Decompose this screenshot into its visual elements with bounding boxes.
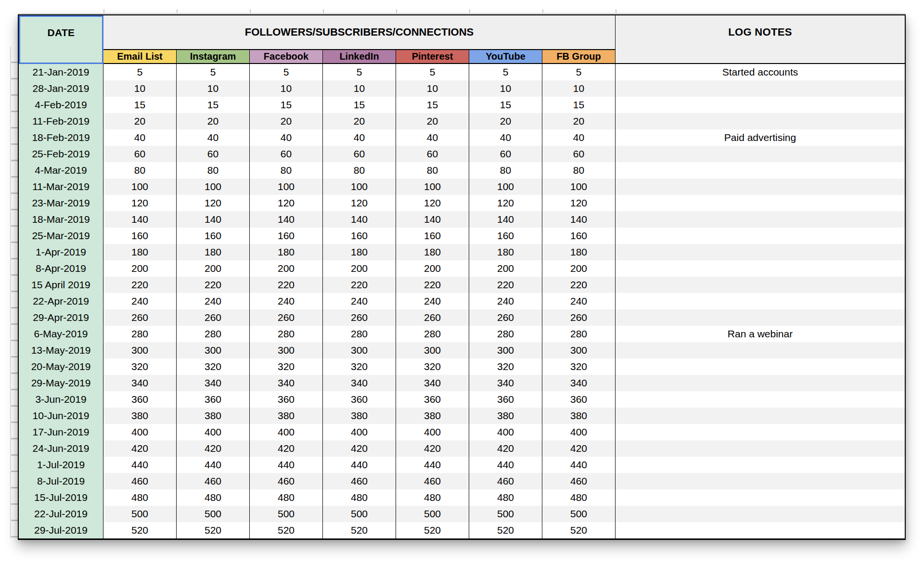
log-note-cell[interactable] xyxy=(616,277,905,293)
value-cell[interactable]: 160 xyxy=(396,228,469,244)
value-cell[interactable]: 260 xyxy=(103,309,177,326)
value-cell[interactable]: 20 xyxy=(396,113,469,129)
log-note-cell[interactable] xyxy=(616,146,905,162)
value-cell[interactable]: 10 xyxy=(396,80,469,97)
log-note-cell[interactable] xyxy=(616,97,905,113)
date-cell[interactable]: 1-Apr-2019 xyxy=(19,244,103,260)
value-cell[interactable]: 340 xyxy=(177,375,250,391)
value-cell[interactable]: 300 xyxy=(542,342,616,358)
value-cell[interactable]: 80 xyxy=(542,162,616,179)
value-cell[interactable]: 5 xyxy=(177,64,250,80)
value-cell[interactable]: 15 xyxy=(250,97,323,113)
value-cell[interactable]: 280 xyxy=(250,326,323,342)
value-cell[interactable]: 280 xyxy=(177,326,250,342)
value-cell[interactable]: 400 xyxy=(396,424,469,440)
date-cell[interactable]: 11-Mar-2019 xyxy=(19,179,103,195)
date-cell[interactable]: 13-May-2019 xyxy=(19,342,103,358)
value-cell[interactable]: 400 xyxy=(323,424,396,440)
value-cell[interactable]: 160 xyxy=(177,228,250,244)
value-cell[interactable]: 20 xyxy=(250,113,323,129)
value-cell[interactable]: 440 xyxy=(469,457,542,473)
value-cell[interactable]: 460 xyxy=(469,473,542,489)
value-cell[interactable]: 460 xyxy=(177,473,250,489)
value-cell[interactable]: 260 xyxy=(323,309,396,326)
value-cell[interactable]: 200 xyxy=(103,260,177,277)
value-cell[interactable]: 5 xyxy=(323,64,396,80)
value-cell[interactable]: 40 xyxy=(396,129,469,146)
log-note-cell[interactable] xyxy=(616,358,905,375)
value-cell[interactable]: 520 xyxy=(103,522,177,538)
log-note-cell[interactable] xyxy=(616,244,905,260)
log-note-cell[interactable] xyxy=(616,489,905,506)
value-cell[interactable]: 300 xyxy=(469,342,542,358)
value-cell[interactable]: 160 xyxy=(542,228,616,244)
value-cell[interactable]: 500 xyxy=(103,506,177,522)
platform-header-cell[interactable]: Email List xyxy=(103,50,177,64)
value-cell[interactable]: 460 xyxy=(396,473,469,489)
value-cell[interactable]: 5 xyxy=(542,64,616,80)
value-cell[interactable]: 360 xyxy=(323,391,396,408)
date-cell[interactable]: 18-Feb-2019 xyxy=(19,129,103,146)
date-cell[interactable]: 8-Apr-2019 xyxy=(19,260,103,277)
date-cell[interactable]: 8-Jul-2019 xyxy=(19,473,103,489)
value-cell[interactable]: 380 xyxy=(542,408,616,424)
value-cell[interactable]: 360 xyxy=(103,391,177,408)
value-cell[interactable]: 400 xyxy=(103,424,177,440)
value-cell[interactable]: 420 xyxy=(250,440,323,457)
date-cell[interactable]: 4-Mar-2019 xyxy=(19,162,103,179)
value-cell[interactable]: 180 xyxy=(103,244,177,260)
value-cell[interactable]: 40 xyxy=(323,129,396,146)
value-cell[interactable]: 60 xyxy=(542,146,616,162)
value-cell[interactable]: 460 xyxy=(542,473,616,489)
value-cell[interactable]: 120 xyxy=(250,195,323,211)
value-cell[interactable]: 180 xyxy=(469,244,542,260)
value-cell[interactable]: 40 xyxy=(250,129,323,146)
log-note-cell[interactable] xyxy=(616,457,905,473)
value-cell[interactable]: 240 xyxy=(542,293,616,309)
value-cell[interactable]: 460 xyxy=(323,473,396,489)
value-cell[interactable]: 120 xyxy=(177,195,250,211)
value-cell[interactable]: 440 xyxy=(323,457,396,473)
value-cell[interactable]: 100 xyxy=(250,179,323,195)
value-cell[interactable]: 10 xyxy=(250,80,323,97)
log-note-cell[interactable] xyxy=(616,424,905,440)
value-cell[interactable]: 360 xyxy=(250,391,323,408)
log-note-cell[interactable] xyxy=(616,293,905,309)
date-cell[interactable]: 29-Jul-2019 xyxy=(19,522,103,538)
value-cell[interactable]: 60 xyxy=(323,146,396,162)
value-cell[interactable]: 10 xyxy=(469,80,542,97)
value-cell[interactable]: 220 xyxy=(177,277,250,293)
value-cell[interactable]: 320 xyxy=(469,358,542,375)
date-cell[interactable]: 25-Mar-2019 xyxy=(19,228,103,244)
value-cell[interactable]: 320 xyxy=(396,358,469,375)
value-cell[interactable]: 80 xyxy=(469,162,542,179)
value-cell[interactable]: 520 xyxy=(323,522,396,538)
log-notes-header-cell[interactable]: LOG NOTES xyxy=(616,15,905,64)
value-cell[interactable]: 500 xyxy=(323,506,396,522)
log-note-cell[interactable] xyxy=(616,375,905,391)
value-cell[interactable]: 120 xyxy=(323,195,396,211)
log-note-cell[interactable] xyxy=(616,342,905,358)
value-cell[interactable]: 180 xyxy=(323,244,396,260)
value-cell[interactable]: 160 xyxy=(250,228,323,244)
value-cell[interactable]: 60 xyxy=(250,146,323,162)
value-cell[interactable]: 100 xyxy=(323,179,396,195)
value-cell[interactable]: 180 xyxy=(396,244,469,260)
value-cell[interactable]: 140 xyxy=(250,211,323,228)
date-cell[interactable]: 28-Jan-2019 xyxy=(19,80,103,97)
value-cell[interactable]: 160 xyxy=(323,228,396,244)
date-cell[interactable]: 3-Jun-2019 xyxy=(19,391,103,408)
value-cell[interactable]: 5 xyxy=(103,64,177,80)
value-cell[interactable]: 200 xyxy=(250,260,323,277)
value-cell[interactable]: 340 xyxy=(469,375,542,391)
value-cell[interactable]: 80 xyxy=(250,162,323,179)
date-cell[interactable]: 24-Jun-2019 xyxy=(19,440,103,457)
value-cell[interactable]: 440 xyxy=(177,457,250,473)
value-cell[interactable]: 460 xyxy=(103,473,177,489)
value-cell[interactable]: 420 xyxy=(469,440,542,457)
value-cell[interactable]: 360 xyxy=(396,391,469,408)
value-cell[interactable]: 220 xyxy=(542,277,616,293)
log-note-cell[interactable] xyxy=(616,113,905,129)
value-cell[interactable]: 100 xyxy=(542,179,616,195)
value-cell[interactable]: 420 xyxy=(542,440,616,457)
